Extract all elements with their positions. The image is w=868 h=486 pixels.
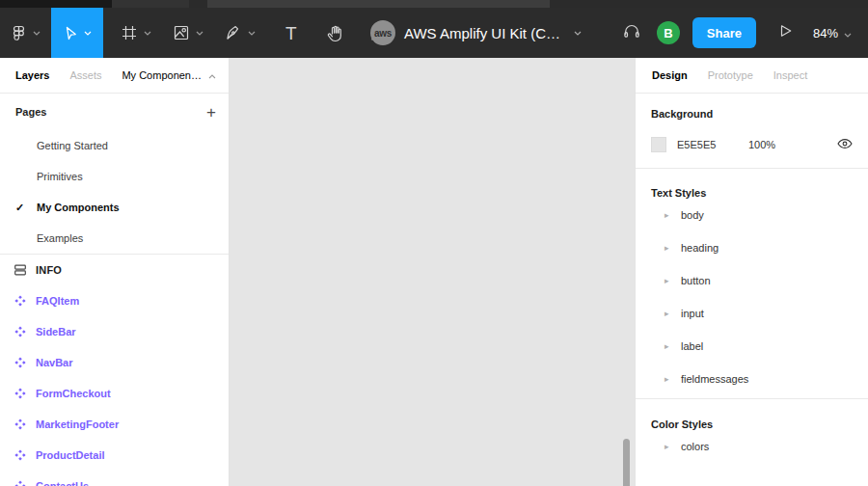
text-styles-section: Text Styles ▸ body ▸ heading ▸ button ▸ … bbox=[636, 169, 868, 399]
layer-name: NavBar bbox=[36, 357, 73, 368]
component-icon bbox=[14, 388, 27, 399]
tab-strip-segment bbox=[112, 0, 189, 8]
tab-design[interactable]: Design bbox=[652, 69, 688, 81]
tab-layers[interactable]: Layers bbox=[15, 69, 49, 81]
page-item-examples[interactable]: Examples bbox=[0, 223, 229, 254]
move-tool-button[interactable] bbox=[51, 8, 103, 58]
style-label: heading bbox=[681, 242, 719, 254]
zoom-menu[interactable]: 84% bbox=[803, 26, 855, 40]
user-avatar[interactable]: B bbox=[657, 21, 680, 44]
style-label: label bbox=[681, 340, 703, 352]
layer-row-info[interactable]: INFO bbox=[0, 255, 229, 285]
hand-tool-button[interactable] bbox=[315, 8, 355, 58]
browser-active-tab[interactable] bbox=[207, 0, 550, 8]
text-style-label[interactable]: ▸ label bbox=[651, 330, 853, 363]
pages-list: Getting Started Primitives ✓ My Componen… bbox=[0, 130, 229, 255]
background-hex-value[interactable]: E5E5E5 bbox=[677, 139, 737, 150]
layer-name: MarketingFooter bbox=[36, 418, 119, 430]
page-item-my-components[interactable]: ✓ My Components bbox=[0, 192, 229, 223]
frame-layer-icon bbox=[14, 263, 27, 277]
disclosure-triangle-icon[interactable]: ▸ bbox=[665, 342, 671, 351]
visibility-toggle[interactable] bbox=[837, 136, 853, 153]
move-cursor-icon bbox=[63, 25, 78, 40]
headphones-icon bbox=[622, 22, 641, 43]
layer-row-faqitem[interactable]: FAQItem bbox=[0, 285, 229, 316]
style-label: input bbox=[681, 308, 704, 319]
checkmark-icon: ✓ bbox=[15, 202, 24, 214]
canvas-scrollbar[interactable] bbox=[623, 439, 630, 486]
layer-row-contactus[interactable]: ContactUs bbox=[0, 471, 229, 486]
layer-row-productdetail[interactable]: ProductDetail bbox=[0, 440, 229, 471]
main-menu-button[interactable] bbox=[0, 8, 51, 58]
left-panel-tabs: Layers Assets My Componen… bbox=[0, 58, 229, 94]
style-label: fieldmessages bbox=[681, 373, 748, 385]
style-label: body bbox=[681, 209, 704, 221]
disclosure-triangle-icon[interactable]: ▸ bbox=[665, 310, 671, 318]
pen-icon bbox=[225, 24, 242, 41]
tab-prototype[interactable]: Prototype bbox=[708, 69, 753, 81]
disclosure-triangle-icon[interactable]: ▸ bbox=[665, 277, 671, 285]
audio-call-button[interactable] bbox=[611, 8, 652, 58]
text-style-body[interactable]: ▸ body bbox=[651, 199, 853, 231]
text-style-heading[interactable]: ▸ heading bbox=[651, 231, 853, 264]
frame-tool-button[interactable] bbox=[110, 8, 162, 58]
color-swatch[interactable] bbox=[651, 137, 666, 152]
tool-group-left: T bbox=[0, 8, 397, 58]
layer-name: INFO bbox=[36, 264, 62, 276]
chevron-up-icon bbox=[208, 69, 216, 81]
hand-icon bbox=[326, 24, 344, 42]
layer-row-sidebar[interactable]: SideBar bbox=[0, 316, 229, 347]
component-icon bbox=[14, 295, 27, 307]
eye-icon bbox=[837, 136, 853, 153]
style-label: colors bbox=[681, 441, 709, 452]
canvas[interactable] bbox=[230, 58, 635, 486]
color-style-colors[interactable]: ▸ colors bbox=[651, 430, 853, 463]
page-menu-button[interactable]: My Componen… bbox=[122, 69, 216, 81]
page-item-primitives[interactable]: Primitives bbox=[0, 161, 229, 192]
tab-strip-segment bbox=[0, 0, 112, 8]
layer-row-marketingfooter[interactable]: MarketingFooter bbox=[0, 409, 229, 440]
share-button[interactable]: Share bbox=[692, 17, 756, 48]
layer-row-formcheckout[interactable]: FormCheckout bbox=[0, 378, 229, 409]
file-org-avatar[interactable]: aws bbox=[370, 20, 395, 45]
tab-inspect[interactable]: Inspect bbox=[773, 69, 807, 81]
chevron-down-icon bbox=[33, 31, 41, 36]
image-tool-button[interactable] bbox=[162, 8, 214, 58]
browser-tab-strip bbox=[0, 0, 868, 8]
layers-list: INFO FAQItem SideBar bbox=[0, 255, 229, 486]
background-opacity-value[interactable]: 100% bbox=[748, 139, 775, 150]
disclosure-triangle-icon[interactable]: ▸ bbox=[665, 244, 671, 253]
properties-panel: Design Prototype Inspect Background E5E5… bbox=[635, 58, 868, 486]
present-button[interactable] bbox=[767, 8, 803, 58]
layer-row-navbar[interactable]: NavBar bbox=[0, 347, 229, 378]
text-style-input[interactable]: ▸ input bbox=[651, 297, 853, 330]
layer-name: ProductDetail bbox=[36, 449, 105, 461]
chevron-down-icon bbox=[84, 31, 92, 36]
style-label: button bbox=[681, 275, 711, 286]
text-style-button[interactable]: ▸ button bbox=[651, 264, 853, 297]
pages-header-label: Pages bbox=[15, 106, 46, 118]
disclosure-triangle-icon[interactable]: ▸ bbox=[665, 375, 671, 384]
disclosure-triangle-icon[interactable]: ▸ bbox=[665, 443, 671, 451]
pen-tool-button[interactable] bbox=[214, 8, 266, 58]
page-item-getting-started[interactable]: Getting Started bbox=[0, 130, 229, 161]
text-style-fieldmessages[interactable]: ▸ fieldmessages bbox=[651, 363, 853, 395]
component-icon bbox=[14, 357, 27, 368]
text-tool-icon: T bbox=[285, 24, 297, 42]
figma-app: T bbox=[0, 0, 868, 486]
layer-name: FAQItem bbox=[36, 295, 79, 307]
chevron-down-icon bbox=[144, 31, 151, 36]
add-page-button[interactable]: + bbox=[206, 104, 216, 121]
right-panel-tabs: Design Prototype Inspect bbox=[636, 58, 868, 94]
tab-assets[interactable]: Assets bbox=[69, 69, 101, 81]
file-info: aws AWS Amplify UI Kit (C… bbox=[370, 8, 585, 58]
page-item-label: Primitives bbox=[37, 171, 83, 182]
disclosure-triangle-icon[interactable]: ▸ bbox=[665, 211, 671, 220]
text-styles-header: Text Styles bbox=[651, 187, 853, 199]
page-item-label: Examples bbox=[37, 232, 83, 244]
file-menu-chevron-icon[interactable] bbox=[570, 27, 585, 40]
text-tool-button[interactable]: T bbox=[275, 8, 308, 58]
figma-logo-icon bbox=[11, 25, 27, 41]
chevron-down-icon bbox=[844, 26, 852, 40]
component-icon bbox=[14, 449, 27, 461]
